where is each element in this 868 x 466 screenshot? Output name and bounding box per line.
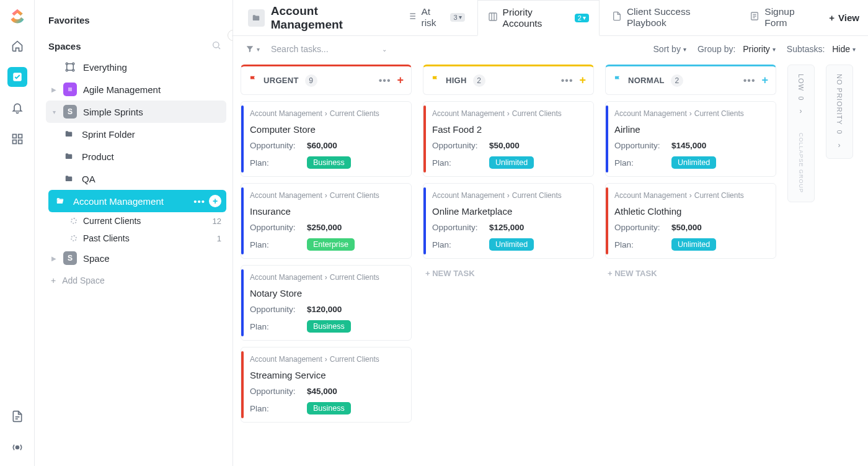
status-stripe xyxy=(423,187,426,254)
column-more-icon[interactable]: ••• xyxy=(743,75,756,86)
tab-priority-accounts[interactable]: Priority Accounts 2▾ xyxy=(477,0,600,36)
task-card[interactable]: Account Management›Current Clients Insur… xyxy=(241,183,412,259)
column-title: NORMAL xyxy=(628,76,665,85)
space-simple-sprints[interactable]: ▾ S Simple Sprints xyxy=(46,101,226,123)
plan-badge: Unlimited xyxy=(489,156,534,169)
record-icon[interactable] xyxy=(7,437,27,457)
folder-icon xyxy=(62,172,76,186)
task-card[interactable]: Account Management›Current Clients Athle… xyxy=(605,183,776,259)
card-title: Fast Food 2 xyxy=(432,124,585,135)
chevron-right-icon[interactable]: ▶ xyxy=(51,255,57,262)
collapsed-column-none[interactable]: NO PRIORITY 0 › xyxy=(826,65,853,159)
folder-sprint[interactable]: Sprint Folder xyxy=(46,123,226,145)
space-generic[interactable]: ▶ S Space xyxy=(46,247,226,269)
column-add-icon[interactable]: + xyxy=(761,74,768,87)
breadcrumb: Account Management›Current Clients xyxy=(614,109,767,118)
plan-badge: Unlimited xyxy=(671,238,716,251)
task-card[interactable]: Account Management›Current Clients Notar… xyxy=(241,265,412,341)
sort-by-control[interactable]: Sort by▾ xyxy=(653,44,686,54)
dashboards-icon[interactable] xyxy=(7,129,27,149)
svg-rect-11 xyxy=(489,13,497,20)
card-title: Insurance xyxy=(250,206,402,217)
opportunity-label: Opportunity: xyxy=(250,223,307,232)
column-count: 2 xyxy=(671,74,683,87)
group-by-control[interactable]: Group by: Priority▾ xyxy=(698,44,776,54)
opportunity-label: Opportunity: xyxy=(432,141,489,150)
folder-product[interactable]: Product xyxy=(46,145,226,168)
card-title: Streaming Service xyxy=(250,370,402,380)
svg-point-6 xyxy=(213,42,219,48)
list-current-clients[interactable]: Current Clients 12 xyxy=(46,212,226,230)
tab-signup-form[interactable]: Signup Form xyxy=(740,0,826,36)
column-title: URGENT xyxy=(264,76,299,85)
opportunity-value: $45,000 xyxy=(307,387,337,396)
breadcrumb: Account Management›Current Clients xyxy=(614,191,767,200)
status-stripe xyxy=(241,187,244,254)
folder-icon xyxy=(62,127,76,141)
status-stripe xyxy=(241,105,244,173)
task-card[interactable]: Account Management›Current Clients Fast … xyxy=(423,101,594,177)
page-title: Account Management xyxy=(271,4,388,32)
opportunity-value: $60,000 xyxy=(307,141,337,150)
space-agile[interactable]: ▶ Agile Management xyxy=(46,78,226,101)
column-more-icon[interactable]: ••• xyxy=(379,75,391,86)
chevron-right-icon[interactable]: ▶ xyxy=(51,86,57,93)
folder-qa[interactable]: QA xyxy=(46,168,226,190)
add-space-button[interactable]: + Add Space xyxy=(46,269,226,292)
collapse-label: COLLAPSE GROUP xyxy=(798,133,804,193)
tab-playbook[interactable]: Client Success Playbook xyxy=(602,0,737,36)
svg-point-9 xyxy=(66,69,68,71)
card-title: Computer Store xyxy=(250,124,402,135)
filter-icon[interactable]: ▾ xyxy=(246,45,260,53)
card-title: Online Marketplace xyxy=(432,206,585,217)
everything-item[interactable]: Everything xyxy=(46,56,226,78)
flag-icon xyxy=(431,75,440,86)
svg-rect-1 xyxy=(12,135,16,138)
plan-badge: Business xyxy=(307,402,351,414)
status-stripe xyxy=(241,269,244,336)
plan-badge: Business xyxy=(307,156,351,169)
task-card[interactable]: Account Management›Current Clients Strea… xyxy=(241,347,412,423)
clickup-logo-icon[interactable] xyxy=(9,7,26,25)
opportunity-label: Opportunity: xyxy=(432,223,489,232)
tasks-icon[interactable] xyxy=(7,67,27,87)
folder-open-icon xyxy=(53,194,67,208)
form-icon xyxy=(750,11,760,24)
card-title: Athletic Clothing xyxy=(614,206,767,217)
tab-at-risk[interactable]: At risk 3▾ xyxy=(397,0,475,36)
new-task-button[interactable]: + NEW TASK xyxy=(605,265,776,282)
column-add-icon[interactable]: + xyxy=(579,74,586,87)
favorites-label[interactable]: Favorites xyxy=(46,11,226,29)
column-count: 2 xyxy=(473,74,485,87)
folder-account-management[interactable]: Account Management ••• + xyxy=(48,190,226,212)
column-urgent: URGENT 9 ••• + Account Management›Curren… xyxy=(241,65,412,423)
opportunity-label: Opportunity: xyxy=(614,141,671,150)
plan-label: Plan: xyxy=(250,322,307,331)
opportunity-label: Opportunity: xyxy=(614,223,671,232)
home-icon[interactable] xyxy=(7,36,27,56)
task-card[interactable]: Account Management›Current Clients Airli… xyxy=(605,101,776,177)
docs-icon[interactable] xyxy=(7,406,27,426)
column-more-icon[interactable]: ••• xyxy=(561,75,574,86)
collapsed-column-low[interactable]: LOW 0 › COLLAPSE GROUP xyxy=(787,65,815,202)
svg-point-7 xyxy=(66,63,68,65)
folder-more-icon[interactable]: ••• xyxy=(193,196,205,207)
chevron-right-icon: › xyxy=(838,141,841,150)
new-task-button[interactable]: + NEW TASK xyxy=(423,265,594,282)
search-icon[interactable] xyxy=(211,40,221,52)
subtasks-control[interactable]: Subtasks: Hide▾ xyxy=(787,44,856,54)
column-add-icon[interactable]: + xyxy=(397,74,404,87)
chevron-down-icon[interactable]: ▾ xyxy=(51,109,57,115)
collapse-sidebar-icon[interactable]: ‹ xyxy=(228,30,233,41)
notifications-icon[interactable] xyxy=(7,98,27,118)
folder-icon xyxy=(62,150,76,163)
task-card[interactable]: Account Management›Current Clients Onlin… xyxy=(423,183,594,259)
folder-add-icon[interactable]: + xyxy=(209,195,221,207)
search-tasks-input[interactable]: Search tasks... ⌄ xyxy=(271,44,395,54)
task-card[interactable]: Account Management›Current Clients Compu… xyxy=(241,101,412,177)
doc-icon xyxy=(612,11,622,24)
add-view-button[interactable]: + View xyxy=(829,12,859,23)
card-title: Notary Store xyxy=(250,288,402,298)
spaces-label[interactable]: Spaces xyxy=(48,41,81,52)
list-past-clients[interactable]: Past Clients 1 xyxy=(46,230,226,247)
